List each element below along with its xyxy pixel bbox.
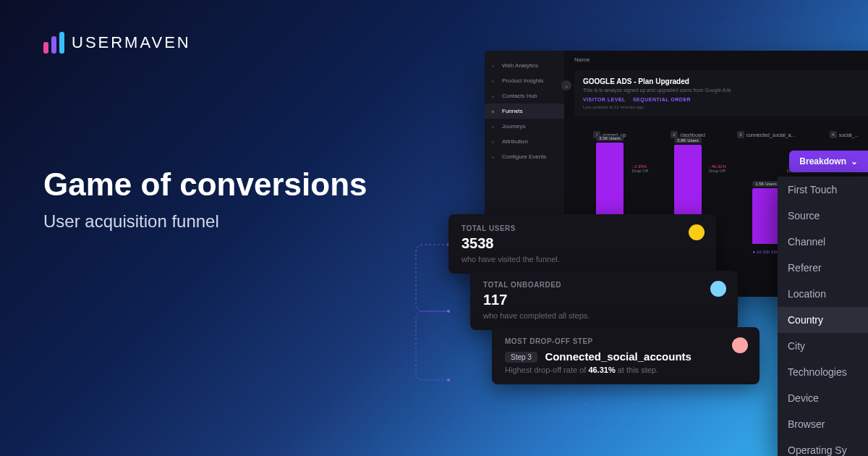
sidebar-item[interactable]: ▫Contacts Hub <box>485 88 564 104</box>
card-desc: Highest drop-off rate of 46.31% at this … <box>505 366 746 374</box>
sidebar-item-label: Contacts Hub <box>502 93 537 99</box>
connector-lines <box>409 239 452 384</box>
onboarded-icon <box>710 281 726 297</box>
card-total-users: TOTAL USERS 3538 who have visited the fu… <box>448 214 716 274</box>
sidebar-item-label: Web Analytics <box>502 62 538 69</box>
breakdown-option[interactable]: Operating Sy <box>778 437 868 456</box>
logo-icon <box>43 32 64 54</box>
tag-visitor-level: VISITOR LEVEL <box>583 97 626 102</box>
card-desc: who have visited the funnel. <box>461 255 703 263</box>
breakdown-option[interactable]: Channel <box>778 229 868 255</box>
chevron-down-icon: ⌄ <box>851 156 858 166</box>
sidebar-item-label: Configure Events <box>502 153 546 160</box>
step-pill: Step 3 <box>505 352 537 363</box>
breakdown-menu: First TouchSourceChannelRefererLocationC… <box>778 177 868 456</box>
card-label: TOTAL USERS <box>461 224 703 232</box>
sidebar-item[interactable]: ▫Journeys <box>485 119 564 134</box>
funnel-header[interactable]: ⌄ GOOGLE ADS - Plan Upgraded This is to … <box>574 70 868 117</box>
breakdown-option[interactable]: Referer <box>778 255 868 281</box>
breakdown-option[interactable]: Country <box>778 307 868 333</box>
hero-subtitle: User acquisition funnel <box>43 211 367 232</box>
card-label: TOTAL ONBOARDED <box>483 281 725 289</box>
sidebar-item[interactable]: ▫Web Analytics <box>485 58 564 73</box>
funnel-description: This is to analyze signed up and upgrade… <box>583 88 868 93</box>
sidebar-item-label: Funnels <box>502 108 522 114</box>
sidebar-item-label: Product Insights <box>502 77 543 84</box>
tag-sequential: SEQUENTIAL ORDER <box>633 97 691 102</box>
nav-icon: ▫ <box>492 78 498 84</box>
breakdown-label: Breakdown <box>799 156 846 166</box>
nav-icon: ▫ <box>492 124 498 130</box>
sidebar-item[interactable]: ▫Configure Events <box>485 149 564 164</box>
brand-logo: USERMAVEN <box>43 32 191 54</box>
breakdown-option[interactable]: Technologies <box>778 359 868 385</box>
card-value: 3538 <box>461 235 703 252</box>
dropoff-icon <box>732 337 748 353</box>
sidebar-item[interactable]: ▫Product Insights <box>485 73 564 88</box>
breakdown-option[interactable]: City <box>778 333 868 359</box>
step-name: Connected_social_accounts <box>545 350 692 363</box>
breakdown-option[interactable]: Browser <box>778 411 868 437</box>
sidebar-item-label: Journeys <box>502 123 525 130</box>
card-total-onboarded: TOTAL ONBOARDED 117 who have completed a… <box>470 271 738 330</box>
card-label: MOST DROP-OFF STEP <box>505 337 746 345</box>
nav-icon: ▫ <box>492 109 498 114</box>
breakdown-button[interactable]: Breakdown ⌄ <box>789 151 868 172</box>
breakdown-option[interactable]: Location <box>778 281 868 307</box>
nav-icon: ▫ <box>492 93 498 99</box>
users-icon <box>689 224 705 240</box>
hero-text: Game of conversions User acquisition fun… <box>43 166 367 232</box>
hero-title: Game of conversions <box>43 166 367 203</box>
collapse-icon[interactable]: ⌄ <box>561 80 571 90</box>
sidebar-item-label: Attribution <box>502 138 528 145</box>
nav-icon: ▫ <box>492 139 498 145</box>
card-desc: who have completed all steps. <box>483 311 725 320</box>
card-value: 117 <box>483 292 725 308</box>
nav-icon: ▫ <box>492 63 498 69</box>
nav-icon: ▫ <box>492 154 498 160</box>
last-updated: Last updated at 13 minutes ago <box>583 105 868 109</box>
name-column-header: Name <box>574 56 868 63</box>
stat-cards: TOTAL USERS 3538 who have visited the fu… <box>448 214 760 381</box>
breakdown-option[interactable]: Source <box>778 203 868 229</box>
funnel-title: GOOGLE ADS - Plan Upgraded <box>583 77 868 85</box>
brand-name: USERMAVEN <box>72 33 191 52</box>
sidebar-item[interactable]: ▫Funnels <box>485 104 564 119</box>
breakdown-option[interactable]: First Touch <box>778 177 868 203</box>
card-drop-off: MOST DROP-OFF STEP Step 3 Connected_soci… <box>492 327 760 384</box>
breakdown-option[interactable]: Device <box>778 385 868 411</box>
sidebar-item[interactable]: ▫Attribution <box>485 134 564 149</box>
